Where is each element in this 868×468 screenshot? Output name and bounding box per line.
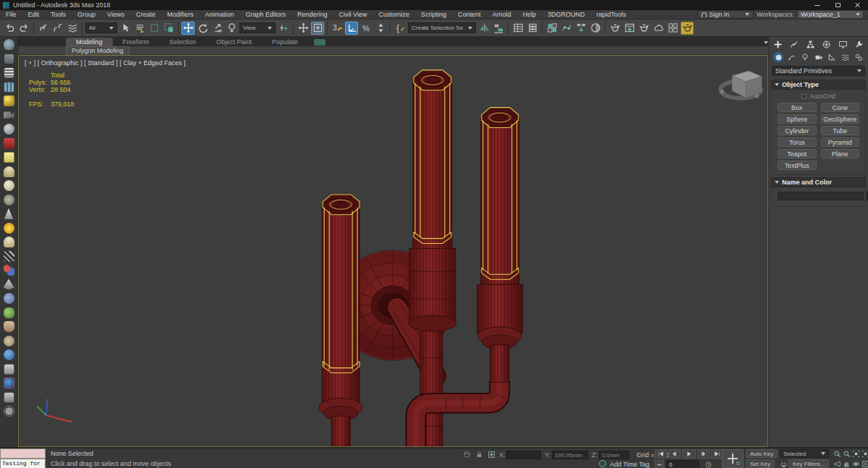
sign-in-button[interactable]: Sign In xyxy=(697,10,754,19)
select-and-rotate-button[interactable] xyxy=(196,22,209,35)
foliage-icon[interactable] xyxy=(4,307,14,318)
hierarchy-tab-icon[interactable] xyxy=(806,40,815,49)
create-tab-icon[interactable] xyxy=(773,40,783,49)
menu-customize[interactable]: Customize xyxy=(373,11,415,18)
ribbon-config-icon[interactable] xyxy=(314,39,326,46)
textplus-button[interactable]: TextPlus xyxy=(778,161,817,170)
select-object-button[interactable] xyxy=(119,22,132,35)
angle-snap-toggle[interactable] xyxy=(345,22,358,35)
maximize-viewport-toggle[interactable] xyxy=(860,459,868,468)
schematic-view-button[interactable] xyxy=(574,22,587,35)
unlink-selection-button[interactable] xyxy=(51,22,64,35)
maximize-button[interactable] xyxy=(827,0,848,10)
z-coordinate-field[interactable]: 0,0mm xyxy=(599,451,629,459)
field-of-view-button[interactable] xyxy=(832,459,842,468)
select-and-place-button[interactable] xyxy=(225,22,238,35)
go-to-start-button[interactable] xyxy=(655,449,667,459)
redo-button[interactable] xyxy=(17,22,30,35)
play-button[interactable] xyxy=(682,449,696,459)
menu-animation[interactable]: Animation xyxy=(199,11,239,18)
zoom-extents-button[interactable] xyxy=(851,449,861,459)
modify-tab-icon[interactable] xyxy=(789,40,799,49)
quick-render-button[interactable] xyxy=(681,22,694,35)
snap-toggle-3d[interactable] xyxy=(331,22,344,35)
sun-icon[interactable] xyxy=(4,223,14,234)
time-configuration-button[interactable] xyxy=(703,460,713,468)
named-selection-sets-dropdown[interactable]: Create Selection Se xyxy=(408,22,476,33)
grid-table-icon[interactable] xyxy=(4,82,14,93)
clipboard-icon[interactable] xyxy=(4,392,14,403)
viewport[interactable]: [ + ] [ Orthographic ] [ Standard ] [ Cl… xyxy=(18,55,768,447)
toggle-layer-explorer-button[interactable] xyxy=(526,22,539,35)
object-type-header[interactable]: Object Type xyxy=(771,80,866,90)
tab-object-paint[interactable]: Object Paint xyxy=(206,38,262,46)
flower-icon[interactable] xyxy=(4,293,14,304)
mirror-button[interactable] xyxy=(477,22,490,35)
menu-file[interactable]: File xyxy=(0,11,22,18)
tab-freeform[interactable]: Freeform xyxy=(113,38,160,46)
render-in-cloud-button[interactable] xyxy=(652,22,665,35)
menu-graph-editors[interactable]: Graph Editors xyxy=(239,11,292,18)
polygon-modeling-panel[interactable]: Polygon Modeling xyxy=(66,46,129,55)
highlight-sphere-icon[interactable] xyxy=(4,378,14,388)
key-filters-paw-icon[interactable] xyxy=(778,460,788,468)
set-keys-button[interactable] xyxy=(722,449,744,468)
lights-category-icon[interactable] xyxy=(800,52,810,62)
zoom-all-button[interactable] xyxy=(841,449,851,459)
zoom-tool-button[interactable] xyxy=(832,449,842,459)
dome-icon[interactable] xyxy=(4,166,14,177)
pyramid-button[interactable]: Pyramid xyxy=(821,137,860,147)
teapot-icon[interactable] xyxy=(4,39,14,50)
toggle-ribbon-button[interactable] xyxy=(545,22,558,35)
tab-populate[interactable]: Populate xyxy=(262,38,308,46)
teapot-button[interactable]: Teapot xyxy=(778,149,817,158)
planet-icon[interactable] xyxy=(4,124,14,135)
menu-arnold[interactable]: Arnold xyxy=(486,11,516,18)
render-setup-button[interactable] xyxy=(608,22,621,35)
material-editor-button[interactable] xyxy=(589,22,602,35)
geometry-category-icon[interactable] xyxy=(773,52,783,62)
name-color-header[interactable]: Name and Color xyxy=(771,177,866,187)
molecule-icon[interactable] xyxy=(4,265,14,276)
box-button[interactable]: Box xyxy=(778,103,817,112)
viewcube[interactable] xyxy=(720,71,762,98)
select-and-move-button[interactable] xyxy=(182,22,195,35)
hand-icon[interactable] xyxy=(4,321,14,332)
keyboard-shortcut-override-toggle[interactable] xyxy=(311,22,324,35)
x-coordinate-field[interactable] xyxy=(506,451,541,459)
geosphere-button[interactable]: GeoSphere xyxy=(821,114,860,124)
select-by-name-button[interactable] xyxy=(133,22,146,35)
light-icon[interactable] xyxy=(4,95,14,106)
motion-tab-icon[interactable] xyxy=(822,40,831,49)
menu-help[interactable]: Help xyxy=(516,11,542,18)
spinner-snap-toggle[interactable] xyxy=(374,22,387,35)
time-tag-clock-icon[interactable] xyxy=(599,460,606,467)
selection-lock-toggle[interactable] xyxy=(474,450,484,459)
set-key-button[interactable]: Set Key xyxy=(746,459,775,468)
edit-named-selection-sets-button[interactable] xyxy=(393,22,407,35)
menu-rapidtools[interactable]: rapidTools xyxy=(591,11,632,18)
tab-selection[interactable]: Selection xyxy=(159,38,206,46)
reference-coordinate-dropdown[interactable]: View xyxy=(239,22,276,33)
select-and-scale-button[interactable] xyxy=(210,22,224,35)
close-button[interactable] xyxy=(848,0,868,10)
use-pivot-point-button[interactable] xyxy=(277,22,290,35)
sphere-ring-icon[interactable] xyxy=(4,180,14,191)
select-link-button[interactable] xyxy=(37,22,50,35)
y-coordinate-field[interactable]: 190,95mm xyxy=(552,451,588,459)
viewport-label[interactable]: [ + ] [ Orthographic ] [ Standard ] [ Cl… xyxy=(25,59,186,67)
help-icon[interactable] xyxy=(4,406,14,417)
autogrid-checkbox[interactable] xyxy=(801,94,807,99)
plane-button[interactable]: Plane xyxy=(821,149,860,158)
menu-tools[interactable]: Tools xyxy=(45,11,72,18)
isolate-selection-toggle[interactable] xyxy=(461,450,472,459)
helpers-category-icon[interactable] xyxy=(827,52,837,62)
align-button[interactable] xyxy=(492,22,505,35)
toggle-scene-explorer-button[interactable] xyxy=(511,22,524,35)
menu-views[interactable]: Views xyxy=(101,11,130,18)
menu-rendering[interactable]: Rendering xyxy=(292,11,333,18)
curve-editor-button[interactable] xyxy=(560,22,573,35)
menu-group[interactable]: Group xyxy=(72,11,101,18)
blue-sphere-icon[interactable] xyxy=(4,349,14,360)
key-filters-button[interactable]: Key Filters... xyxy=(788,459,829,468)
